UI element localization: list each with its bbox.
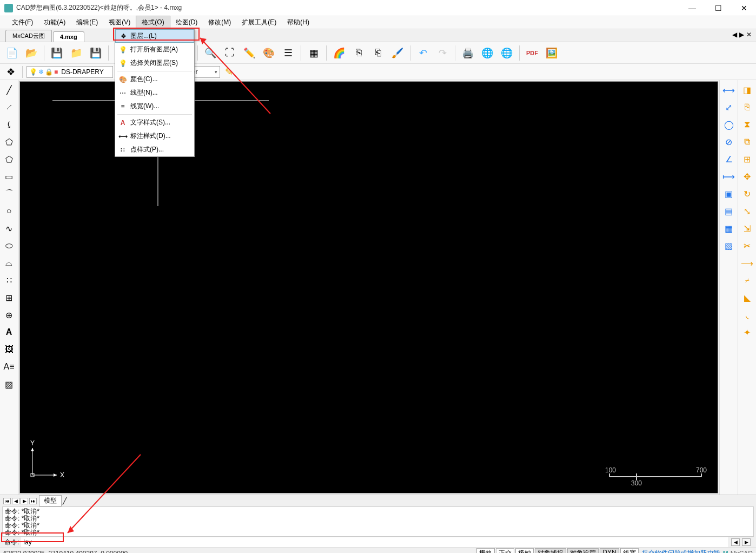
menu-item-textstyle[interactable]: A 文字样式(S)... [115, 116, 194, 129]
layout-last[interactable]: ⏭ [29, 498, 37, 504]
tab-close[interactable]: ✕ [746, 31, 752, 38]
array-icon[interactable]: ⊞ [740, 152, 755, 167]
toggle-ortho[interactable]: 正交 [496, 548, 514, 553]
send-back-icon[interactable]: ▧ [721, 238, 737, 253]
redo-icon[interactable]: ↷ [434, 44, 451, 62]
command-log[interactable]: 命令: *取消* 命令: *取消* 命令: *取消* 命令: *取消* [2, 506, 754, 537]
menu-item-pointstyle[interactable]: ∷ 点样式(P)... [115, 143, 194, 156]
dim-radius-icon[interactable]: ◯ [721, 117, 737, 132]
copy-icon[interactable]: ⎘ [740, 100, 755, 115]
new-icon[interactable]: 📄 [3, 44, 21, 62]
zoom-extents-icon[interactable]: 🔍 [202, 44, 219, 62]
polyline-icon[interactable]: ⟋ [2, 100, 17, 115]
ellipse-icon[interactable]: ⬭ [2, 238, 17, 253]
menu-item-dimstyle[interactable]: ⟷ 标注样式(D)... [115, 129, 194, 143]
mtext-icon[interactable]: A≡ [2, 359, 17, 374]
move-front-icon[interactable]: ▣ [721, 186, 737, 201]
highlighter-icon[interactable]: ✎ [222, 66, 235, 78]
extend-icon[interactable]: ⟶ [740, 255, 755, 271]
cmd-next[interactable]: ▶ [742, 538, 751, 546]
dim-angular-icon[interactable]: ∠ [721, 152, 737, 167]
menu-item-lineweight[interactable]: ≡ 线宽(W)... [115, 100, 194, 113]
dim-aligned-icon[interactable]: ⤢ [721, 100, 737, 115]
toggle-grid[interactable]: 栅格 [476, 548, 495, 553]
spline-icon[interactable]: ∿ [2, 221, 17, 236]
break-icon[interactable]: ⌿ [740, 273, 755, 288]
toggle-dyn[interactable]: DYN [600, 548, 619, 553]
menu-item-close-layers[interactable]: 💡 选择关闭图层(S) [115, 56, 194, 70]
pdf-icon[interactable]: PDF [523, 44, 541, 62]
export-icon[interactable]: ⎘ [350, 44, 367, 62]
menu-function[interactable]: 功能(A) [38, 16, 71, 29]
maximize-button[interactable]: ☐ [711, 4, 726, 12]
mirror-icon[interactable]: ⧗ [740, 117, 755, 132]
menu-item-layer[interactable]: ❖ 图层...(L) [115, 29, 194, 43]
menu-item-open-all-layers[interactable]: 💡 打开所有图层(A) [115, 43, 194, 56]
folder-open-icon[interactable]: 📁 [68, 44, 85, 62]
point-tool-icon[interactable]: ∷ [2, 273, 17, 288]
import-icon[interactable]: ⎗ [369, 44, 387, 62]
rectangle-icon[interactable]: ▭ [2, 169, 17, 184]
menu-file[interactable]: 文件(F) [6, 16, 38, 29]
menu-item-linetype[interactable]: ⋯ 线型(N)... [115, 86, 194, 100]
tab-cloud[interactable]: MxCAD云图 [5, 30, 52, 42]
command-input[interactable] [21, 537, 728, 547]
arc2-icon[interactable]: ⌒ [2, 186, 17, 201]
scale-icon[interactable]: ⤡ [740, 203, 755, 219]
measure-icon[interactable]: ✏️ [241, 44, 258, 62]
circle-icon[interactable]: ○ [2, 203, 17, 219]
picture-icon[interactable]: 🖼 [2, 342, 17, 357]
arc-icon[interactable]: ⤹ [2, 117, 17, 132]
insert-icon[interactable]: ⊕ [2, 307, 17, 322]
menu-format[interactable]: 格式(O) [136, 16, 170, 29]
block-icon[interactable]: ⊞ [2, 290, 17, 305]
tab-4mxg[interactable]: 4.mxg [53, 31, 84, 42]
bring-front-icon[interactable]: ▦ [721, 221, 737, 236]
image-icon[interactable]: 🖼️ [543, 44, 560, 62]
pentagon-icon[interactable]: ⬠ [2, 152, 17, 167]
menu-modify[interactable]: 修改(M) [203, 16, 236, 29]
toggle-lwt[interactable]: 线宽 [620, 548, 639, 553]
toggle-otrack[interactable]: 对象追踪 [567, 548, 599, 553]
layout-first[interactable]: ⏮ [3, 498, 11, 504]
menu-edit[interactable]: 编辑(E) [71, 16, 103, 29]
web-icon[interactable]: 🌐 [479, 44, 496, 62]
rainbow-icon[interactable]: 🌈 [330, 44, 348, 62]
globe-icon[interactable]: 🌐 [498, 44, 515, 62]
list-icon[interactable]: ☰ [280, 44, 297, 62]
menu-extend[interactable]: 扩展工具(E) [236, 16, 282, 29]
color-palette-icon[interactable]: 🎨 [260, 44, 277, 62]
dim-continue-icon[interactable]: ⟼ [721, 169, 737, 184]
close-button[interactable]: ✕ [737, 4, 752, 12]
minimize-button[interactable]: — [685, 4, 700, 12]
save-icon[interactable]: 💾 [48, 44, 65, 62]
tab-next[interactable]: ▶ [739, 31, 744, 38]
print-icon[interactable]: 🖨️ [459, 44, 476, 62]
open-icon[interactable]: 📂 [23, 44, 40, 62]
menu-draw[interactable]: 绘图(D) [170, 16, 203, 29]
move-back-icon[interactable]: ▤ [721, 203, 737, 219]
zoom-window-icon[interactable]: ⛶ [221, 44, 238, 62]
layer-manager-icon[interactable]: ▦ [305, 44, 322, 62]
menu-item-color[interactable]: 🎨 颜色(C)... [115, 73, 194, 86]
offset-icon[interactable]: ⧉ [740, 134, 755, 149]
menu-help[interactable]: 帮助(H) [282, 16, 315, 29]
cmd-prev[interactable]: ◀ [731, 538, 740, 546]
toggle-osnap[interactable]: 对象捕捉 [535, 548, 566, 553]
polygon-icon[interactable]: ⬠ [2, 134, 17, 149]
saveas-icon[interactable]: 💾 [87, 44, 104, 62]
ellipse-arc-icon[interactable]: ⌓ [2, 255, 17, 271]
explode-icon[interactable]: ✦ [740, 325, 755, 340]
chamfer-icon[interactable]: ◣ [740, 290, 755, 305]
trim-icon[interactable]: ✂ [740, 238, 755, 253]
model-tab[interactable]: 模型 [39, 495, 62, 506]
dim-diameter-icon[interactable]: ⊘ [721, 134, 737, 149]
brush-icon[interactable]: 🖌️ [389, 44, 406, 62]
layer-selector[interactable]: 💡❄🔒■ DS-DRAPERY [26, 66, 113, 78]
layout-prev[interactable]: ◀ [12, 498, 19, 504]
move-icon[interactable]: ✥ [740, 169, 755, 184]
fillet-icon[interactable]: ◟ [740, 307, 755, 322]
undo-icon[interactable]: ↶ [414, 44, 432, 62]
feedback-link[interactable]: 提交软件问题或增加新功能 [642, 549, 720, 553]
hatch-icon[interactable]: ▨ [2, 377, 17, 392]
